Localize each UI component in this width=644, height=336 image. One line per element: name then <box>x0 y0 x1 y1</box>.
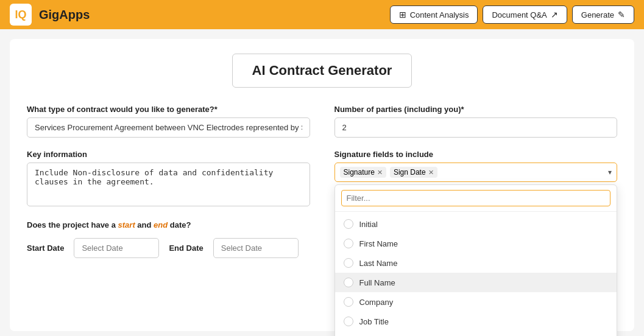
label-jobtitle: Job Title <box>359 317 389 326</box>
start-date-input[interactable] <box>74 238 159 258</box>
edit-icon: ✎ <box>618 10 625 19</box>
document-qa-button[interactable]: Document Q&A ↗ <box>483 5 567 24</box>
start-date-label: Start Date <box>27 243 64 253</box>
chevron-down-icon: ▾ <box>608 168 612 177</box>
contract-type-group: What type of contract would you like to … <box>27 105 310 138</box>
left-column: What type of contract would you like to … <box>27 105 310 270</box>
key-info-textarea[interactable]: Include Non-disclosure of data and confi… <box>27 163 310 206</box>
date-question-label: Does the project have a start and end da… <box>27 220 310 229</box>
label-fullname: Full Name <box>359 278 395 287</box>
sig-fields-group: Signature fields to include Signature ✕ … <box>334 150 618 182</box>
app-title: GigApps <box>39 8 383 22</box>
contract-type-label: What type of contract would you like to … <box>27 105 310 114</box>
dropdown-item-company[interactable]: Company <box>335 292 617 312</box>
end-date-input[interactable] <box>213 238 299 258</box>
sig-select-box[interactable]: Signature ✕ Sign Date ✕ ▾ <box>334 163 618 182</box>
date-question-group: Does the project have a start and end da… <box>27 220 310 258</box>
end-highlight: end <box>154 220 168 229</box>
main-content: AI Contract Generator What type of contr… <box>10 39 634 331</box>
external-link-icon: ↗ <box>551 10 558 19</box>
checkbox-initial <box>344 219 353 229</box>
signature-dropdown: Initial First Name Last Name <box>334 184 618 336</box>
dropdown-item-jobtitle[interactable]: Job Title <box>335 312 617 331</box>
dropdown-list: Initial First Name Last Name <box>335 212 617 336</box>
header: IQ GigApps ⊞ Content Analysis Document Q… <box>0 0 644 29</box>
checkbox-firstname <box>344 239 353 248</box>
remove-signature[interactable]: ✕ <box>377 169 383 177</box>
dropdown-search-container <box>335 185 617 212</box>
header-nav: ⊞ Content Analysis Document Q&A ↗ Genera… <box>390 5 634 24</box>
sig-tag-signdate: Sign Date ✕ <box>390 167 437 178</box>
label-company: Company <box>359 298 394 307</box>
generate-button[interactable]: Generate ✎ <box>572 5 634 24</box>
label-lastname: Last Name <box>359 259 398 268</box>
start-highlight: start <box>118 220 135 229</box>
end-date-label: End Date <box>169 243 203 253</box>
sig-select-wrapper: Signature ✕ Sign Date ✕ ▾ <box>334 163 618 182</box>
content-analysis-icon: ⊞ <box>399 10 406 19</box>
dropdown-item-lastname[interactable]: Last Name <box>335 253 617 273</box>
remove-signdate[interactable]: ✕ <box>428 169 434 177</box>
checkbox-company <box>344 297 353 307</box>
key-info-label: Key information <box>27 150 310 159</box>
parties-group: Number of parties (including you)* <box>334 105 618 138</box>
label-firstname: First Name <box>359 239 398 248</box>
dropdown-item-fullname[interactable]: Full Name <box>335 273 617 292</box>
checkbox-lastname <box>344 258 353 268</box>
page-title: AI Contract Generator <box>252 63 392 79</box>
dropdown-filter-input[interactable] <box>341 190 611 206</box>
sig-fields-label: Signature fields to include <box>334 150 618 159</box>
form-layout: What type of contract would you like to … <box>27 105 617 270</box>
page-title-box: AI Contract Generator <box>232 54 412 88</box>
sig-tag-signature: Signature ✕ <box>340 167 386 178</box>
page-title-container: AI Contract Generator <box>27 54 617 88</box>
content-analysis-button[interactable]: ⊞ Content Analysis <box>390 5 478 24</box>
checkbox-jobtitle <box>344 317 353 326</box>
date-row: Start Date End Date <box>27 238 310 258</box>
dropdown-item-initial[interactable]: Initial <box>335 214 617 234</box>
checkbox-fullname <box>344 278 353 287</box>
right-column: Number of parties (including you)* Signa… <box>334 105 618 270</box>
label-initial: Initial <box>359 220 378 229</box>
key-info-group: Key information Include Non-disclosure o… <box>27 150 310 208</box>
parties-label: Number of parties (including you)* <box>334 105 618 114</box>
dropdown-item-firstname[interactable]: First Name <box>335 234 617 253</box>
contract-type-input[interactable] <box>27 117 310 138</box>
dropdown-item-customdate[interactable]: Custom Date <box>335 331 617 336</box>
logo: IQ <box>10 4 32 26</box>
parties-input[interactable] <box>334 117 618 138</box>
